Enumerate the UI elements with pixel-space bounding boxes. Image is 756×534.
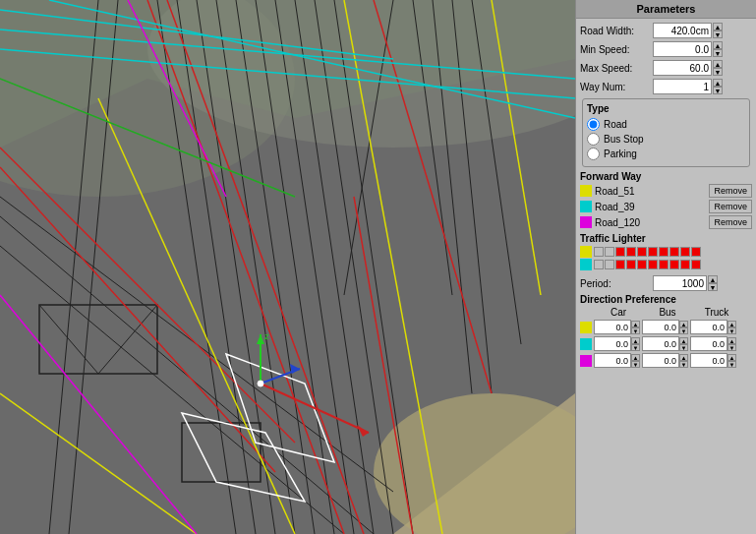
dir-car-input-0[interactable] <box>594 320 631 334</box>
type-busstop-label: Bus Stop <box>604 134 644 145</box>
max-speed-spinner: ▲ ▼ <box>713 60 723 76</box>
fw-color-0 <box>580 185 592 197</box>
dir-color-2 <box>580 355 592 367</box>
min-speed-down[interactable]: ▼ <box>713 49 723 57</box>
period-up[interactable]: ▲ <box>708 275 718 283</box>
dir-car-input-1[interactable] <box>594 336 631 351</box>
period-down[interactable]: ▼ <box>708 283 718 291</box>
dir-color-0 <box>580 322 592 333</box>
svg-point-56 <box>258 381 263 386</box>
tl-cell[interactable] <box>594 260 604 269</box>
tl-cell[interactable] <box>691 247 701 257</box>
tl-cell[interactable] <box>605 260 614 269</box>
tl-cell[interactable] <box>680 247 690 257</box>
dir-bus-input-2[interactable] <box>642 353 679 368</box>
dir-truck-spin-0: ▲ ▼ <box>727 321 736 334</box>
dir-bus-up-2[interactable]: ▲ <box>679 354 688 361</box>
tl-cell[interactable] <box>659 247 669 257</box>
period-input-group: ▲ ▼ <box>653 275 718 291</box>
dir-car-down-1[interactable]: ▼ <box>631 344 640 351</box>
dir-truck-up-2[interactable]: ▲ <box>727 354 736 361</box>
tl-cell[interactable] <box>669 260 679 269</box>
type-parking-label: Parking <box>604 148 637 159</box>
dir-bus-down-2[interactable]: ▼ <box>679 361 688 368</box>
way-num-row: Way Num: ▲ ▼ <box>580 79 752 94</box>
panel-title: Parameters <box>576 0 756 19</box>
dir-bus-input-1[interactable] <box>642 336 679 351</box>
dir-bus-down-1[interactable]: ▼ <box>679 344 688 351</box>
road-width-down[interactable]: ▼ <box>713 30 723 38</box>
min-speed-up[interactable]: ▲ <box>713 41 723 49</box>
tl-cell[interactable] <box>680 260 690 269</box>
dir-car-down-2[interactable]: ▼ <box>631 361 640 368</box>
type-road-radio[interactable] <box>587 118 600 131</box>
road-width-up[interactable]: ▲ <box>713 23 723 30</box>
tl-cell[interactable] <box>659 260 669 269</box>
dir-truck-down-2[interactable]: ▼ <box>727 361 736 368</box>
period-input[interactable] <box>653 275 707 291</box>
dir-bus-input-0[interactable] <box>642 320 679 334</box>
dir-bus-up-1[interactable]: ▲ <box>679 337 688 344</box>
tl-cell[interactable] <box>648 247 658 257</box>
dir-truck-down-1[interactable]: ▼ <box>727 344 736 351</box>
fw-color-2 <box>580 216 592 228</box>
dir-car-up-1[interactable]: ▲ <box>631 337 640 344</box>
max-speed-label: Max Speed: <box>580 63 649 74</box>
dir-bus-down-0[interactable]: ▼ <box>679 327 688 334</box>
fw-name-0: Road_51 <box>595 186 709 197</box>
dir-car-input-2[interactable] <box>594 353 631 368</box>
min-speed-input[interactable] <box>653 41 712 57</box>
fw-remove-1[interactable]: Remove <box>709 200 752 213</box>
dir-col-car: Car <box>594 307 643 318</box>
dir-car-up-0[interactable]: ▲ <box>631 321 640 327</box>
dir-truck-input-2[interactable] <box>690 353 727 368</box>
dir-truck-down-0[interactable]: ▼ <box>727 327 736 334</box>
tl-cell[interactable] <box>615 260 625 269</box>
tl-cell[interactable] <box>691 260 701 269</box>
dir-truck-input-1[interactable] <box>690 336 727 351</box>
fw-remove-0[interactable]: Remove <box>709 184 752 198</box>
dir-car-down-0[interactable]: ▼ <box>631 327 640 334</box>
dir-truck-up-1[interactable]: ▲ <box>727 337 736 344</box>
dir-car-group-1: ▲ ▼ <box>594 336 640 351</box>
tl-cell[interactable] <box>648 260 658 269</box>
tl-cell[interactable] <box>626 260 636 269</box>
road-width-row: Road Width: ▲ ▼ <box>580 23 752 38</box>
dir-car-spin-2: ▲ ▼ <box>631 354 640 368</box>
type-busstop-radio[interactable] <box>587 133 600 146</box>
fw-remove-2[interactable]: Remove <box>709 215 752 229</box>
fw-row-0: Road_51 Remove <box>580 184 752 198</box>
way-num-label: Way Num: <box>580 82 649 92</box>
tl-cell[interactable] <box>615 247 625 257</box>
min-speed-label: Min Speed: <box>580 44 649 55</box>
tl-cell[interactable] <box>637 247 647 257</box>
dir-col-bus: Bus <box>643 307 692 318</box>
max-speed-up[interactable]: ▲ <box>713 60 723 68</box>
road-width-input[interactable] <box>653 23 712 38</box>
type-parking-radio[interactable] <box>587 148 600 160</box>
dir-truck-up-0[interactable]: ▲ <box>727 321 736 327</box>
svg-text:z: z <box>264 331 269 341</box>
dir-truck-input-0[interactable] <box>690 320 727 334</box>
tl-cell[interactable] <box>605 247 614 257</box>
dir-row-2: ▲ ▼ ▲ ▼ ▲ <box>580 353 752 368</box>
max-speed-down[interactable]: ▼ <box>713 68 723 76</box>
tl-cell[interactable] <box>669 247 679 257</box>
tl-cell[interactable] <box>626 247 636 257</box>
dir-truck-spin-2: ▲ ▼ <box>727 354 736 368</box>
fw-color-1 <box>580 201 592 212</box>
way-num-input[interactable] <box>653 79 712 94</box>
tl-cell[interactable] <box>637 260 647 269</box>
dir-bus-up-0[interactable]: ▲ <box>679 321 688 327</box>
tl-cells-0 <box>594 247 702 257</box>
type-label: Type <box>587 103 745 114</box>
tl-cell[interactable] <box>594 247 604 257</box>
tl-row-1 <box>580 259 752 270</box>
type-road-row: Road <box>587 118 745 131</box>
max-speed-input[interactable] <box>653 60 712 76</box>
way-num-down[interactable]: ▼ <box>713 87 723 94</box>
dir-car-spin-0: ▲ ▼ <box>631 321 640 334</box>
way-num-up[interactable]: ▲ <box>713 79 723 87</box>
dir-car-up-2[interactable]: ▲ <box>631 354 640 361</box>
parameters-panel: Parameters Road Width: ▲ ▼ Min Speed: <box>575 0 756 534</box>
